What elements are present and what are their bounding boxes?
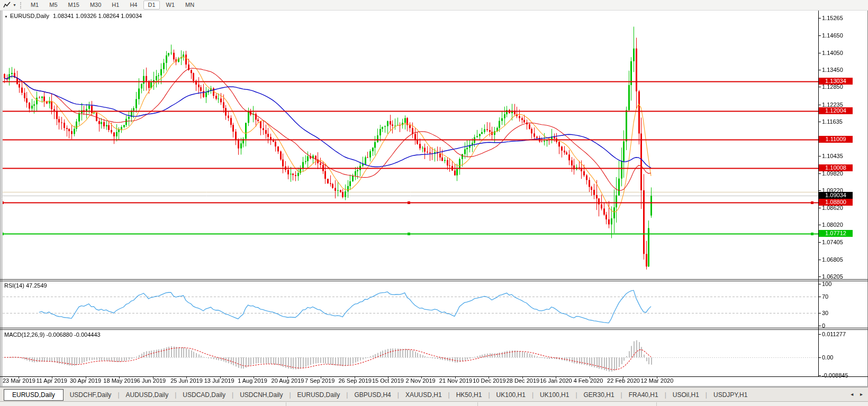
chart-tab-bar: EURUSD,DailyUSDCHF,Daily|AUDUSD,Daily|US…: [0, 387, 868, 402]
tab-scroll-left-icon[interactable]: ◂: [851, 391, 853, 397]
rsi-axis-tick: 100: [822, 281, 831, 287]
chevron-down-icon[interactable]: ▼: [4, 15, 8, 19]
price-tag-1.09034: 1.09034: [819, 192, 853, 199]
price-chart-canvas[interactable]: [0, 0, 868, 406]
tab-scroll-arrows: ◂ ▸: [845, 391, 863, 397]
status-bar: [0, 401, 868, 406]
date-axis-label: 23 Mar 2019: [3, 377, 35, 384]
date-axis-label: 25 Jun 2019: [170, 377, 203, 384]
macd-axis-tick: 0.011277: [822, 331, 846, 337]
timeframe-button-H4[interactable]: H4: [125, 1, 141, 10]
toolbar-grip: [20, 2, 23, 8]
price-axis-tick: 1.11635: [822, 118, 843, 125]
status-divider: [286, 402, 286, 406]
rsi-indicator-label: RSI(14) 47.2549: [4, 282, 47, 289]
top-toolbar: ▼ M1M5M15M30H1H4D1W1MN: [0, 0, 868, 11]
date-axis-label: 18 May 2019: [103, 377, 137, 384]
chart-title-row: ▼EURUSD,Daily1.08341 1.09326 1.08264 1.0…: [4, 13, 142, 19]
chart-tab-USDCHF-Daily[interactable]: USDCHF,Daily: [64, 390, 118, 400]
date-axis-label: 2 Nov 2019: [405, 377, 435, 384]
price-tag-1.11009: 1.11009: [819, 136, 853, 143]
chart-tab-USDCAD-Daily[interactable]: USDCAD,Daily: [176, 390, 232, 400]
date-axis-label: 16 Jan 2020: [540, 377, 572, 384]
price-tag-1.12004: 1.12004: [819, 107, 853, 114]
timeframe-button-D1[interactable]: D1: [143, 1, 159, 10]
rsi-axis-tick: 70: [822, 293, 828, 300]
timeframe-button-M1[interactable]: M1: [26, 1, 43, 10]
tab-scroll-right-icon[interactable]: ▸: [860, 391, 863, 397]
price-tag-1.07712: 1.07712: [819, 230, 853, 237]
timeframe-button-H1[interactable]: H1: [107, 1, 123, 10]
chart-tab-GER30-H1[interactable]: GER30,H1: [577, 390, 621, 400]
date-axis-label: 30 Apr 2019: [70, 377, 101, 384]
chart-symbol-label: EURUSD,Daily: [10, 13, 49, 19]
timeframe-button-W1[interactable]: W1: [162, 1, 179, 10]
timeframe-button-M5[interactable]: M5: [45, 1, 61, 10]
date-axis-label: 1 Aug 2019: [238, 377, 267, 384]
chart-tab-USOil-H1[interactable]: USOil,H1: [666, 390, 706, 400]
price-tag-1.08800: 1.08800: [819, 199, 853, 206]
date-axis-label: 11 Apr 2019: [36, 377, 67, 384]
date-axis-label: 7 Sep 2019: [305, 377, 334, 384]
price-axis-tick: 1.06205: [822, 273, 843, 280]
date-axis-label: 13 Jul 2019: [204, 377, 234, 384]
timeframe-button-M15[interactable]: M15: [64, 1, 84, 10]
macd-axis-tick: -0.008845: [822, 372, 848, 379]
date-axis-label: 21 Nov 2019: [439, 377, 472, 384]
price-axis-tick: 1.12235: [822, 102, 843, 108]
chart-tab-USDJPY-H1[interactable]: USDJPY,H1: [707, 390, 754, 400]
timeframe-button-M30[interactable]: M30: [86, 1, 105, 10]
date-axis-label: 22 Feb 2020: [607, 377, 640, 384]
price-axis-tick: 1.15265: [822, 15, 843, 21]
date-axis-label: 4 Feb 2020: [574, 377, 603, 384]
price-axis-tick: 1.13450: [822, 67, 843, 73]
status-divider: [477, 402, 478, 406]
rsi-axis-tick: 0: [822, 322, 825, 329]
timeframe-button-group: M1M5M15M30H1H4D1W1MN: [25, 1, 200, 10]
date-axis-label: 6 Jun 2019: [137, 377, 166, 384]
price-axis-tick: 1.10435: [822, 153, 843, 159]
chart-tab-EURUSD-Daily[interactable]: EURUSD,Daily: [4, 389, 64, 401]
chart-tab-USDCNH-Daily[interactable]: USDCNH,Daily: [233, 390, 289, 400]
date-axis-label: 10 Dec 2019: [473, 377, 505, 384]
status-divider: [656, 402, 657, 406]
chart-tab-GBPUSD-H4[interactable]: GBPUSD,H4: [348, 390, 397, 400]
rsi-axis-tick: 30: [822, 310, 828, 316]
chart-tab-FRA40-H1[interactable]: FRA40,H1: [622, 390, 665, 400]
chart-tab-UK100-H1[interactable]: UK100,H1: [490, 390, 532, 400]
chevron-down-icon: ▼: [13, 3, 16, 7]
chart-tab-AUDUSD-Daily[interactable]: AUDUSD,Daily: [120, 390, 175, 400]
date-axis-label: 12 Mar 2020: [641, 377, 674, 384]
date-axis-label: 15 Oct 2019: [372, 377, 404, 384]
date-axis-label: 20 Aug 2019: [272, 377, 304, 384]
chart-ohlc-values: 1.08341 1.09326 1.08264 1.09034: [53, 13, 142, 19]
macd-axis-tick: 0.00: [822, 354, 833, 361]
price-axis-tick: 1.07405: [822, 239, 843, 245]
timeframe-button-MN[interactable]: MN: [181, 1, 198, 10]
chart-tabs: EURUSD,DailyUSDCHF,Daily|AUDUSD,Daily|US…: [0, 389, 754, 401]
chart-tab-XAUUSD-H1[interactable]: XAUUSD,H1: [399, 390, 448, 400]
date-axis-label: 28 Dec 2019: [507, 377, 539, 384]
price-axis-tick: 1.08020: [822, 222, 843, 228]
chart-tab-EURUSD-Daily[interactable]: EURUSD,Daily: [291, 390, 347, 400]
macd-indicator-label: MACD(12,26,9) -0.006880 -0.004443: [4, 331, 101, 338]
chart-tab-UK100-H1[interactable]: UK100,H1: [534, 390, 575, 400]
mt4-chart-window: ▼ M1M5M15M30H1H4D1W1MN ▼EURUSD,Daily1.08…: [0, 0, 868, 406]
price-axis-tick: 1.06805: [822, 256, 843, 263]
line-studies-button[interactable]: ▼: [0, 0, 19, 10]
date-axis-label: 26 Sep 2019: [339, 377, 372, 384]
polyline-indicator-icon: [3, 2, 11, 8]
price-axis-tick: 1.14650: [822, 32, 843, 39]
chart-tab-HK50-H1[interactable]: HK50,H1: [450, 390, 489, 400]
price-tag-1.10008: 1.10008: [819, 164, 853, 171]
price-axis-tick: 1.14050: [822, 50, 843, 56]
price-tag-1.13034: 1.13034: [819, 78, 853, 85]
